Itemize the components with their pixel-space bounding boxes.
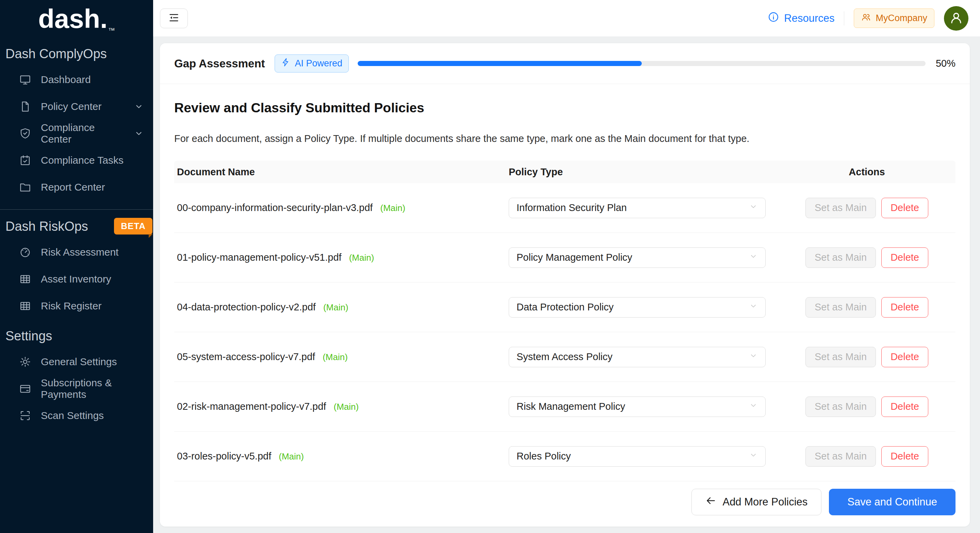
add-more-policies-label: Add More Policies xyxy=(722,496,808,508)
chevron-down-icon xyxy=(134,102,143,111)
section-description: For each document, assign a Policy Type.… xyxy=(174,133,956,144)
company-tag[interactable]: MyCompany xyxy=(854,8,934,28)
set-as-main-button[interactable]: Set as Main xyxy=(805,198,876,218)
policy-type-select[interactable]: Information Security Plan xyxy=(509,198,765,218)
table-footer: Add More Policies Save and Continue xyxy=(174,489,956,525)
chevron-down-icon xyxy=(749,351,758,363)
sidebar-collapse-button[interactable] xyxy=(160,8,188,28)
sidebar-item-risk-register[interactable]: Risk Register xyxy=(0,292,153,319)
gauge-icon xyxy=(19,246,31,258)
sidebar-item-label: Compliance Tasks xyxy=(41,154,124,166)
sidebar-item-dashboard[interactable]: Dashboard xyxy=(0,66,153,93)
file-icon xyxy=(19,100,31,113)
add-more-policies-button[interactable]: Add More Policies xyxy=(692,489,821,515)
policy-type-select[interactable]: System Access Policy xyxy=(509,347,765,367)
team-icon xyxy=(861,12,871,24)
save-and-continue-button[interactable]: Save and Continue xyxy=(829,489,956,515)
card-header: Gap Assessment AI Powered 50% xyxy=(160,43,970,84)
thunderbolt-icon xyxy=(281,57,291,70)
section-dash-complyops: Dash ComplyOps xyxy=(0,47,153,61)
actions-cell: Set as Main Delete xyxy=(781,297,953,318)
main-tag: (Main) xyxy=(323,352,348,362)
ai-powered-badge: AI Powered xyxy=(275,54,349,73)
section-dash-riskops: Dash RiskOps BETA xyxy=(0,219,153,234)
sidebar-item-compliance-tasks[interactable]: Compliance Tasks xyxy=(0,147,153,173)
set-as-main-button[interactable]: Set as Main xyxy=(805,446,876,467)
user-icon xyxy=(949,10,964,27)
delete-button[interactable]: Delete xyxy=(881,396,928,417)
actions-cell: Set as Main Delete xyxy=(781,446,953,467)
table-row: 03-roles-policy-v5.pdf (Main) Roles Poli… xyxy=(174,431,956,481)
logo-text: dash. xyxy=(38,4,108,34)
main-tag: (Main) xyxy=(323,302,348,312)
document-cell: 01-policy-management-policy-v51.pdf (Mai… xyxy=(177,252,509,263)
main-column: Resources MyCompany G xyxy=(153,0,980,533)
policy-type-select[interactable]: Roles Policy xyxy=(509,446,765,467)
table-row: 05-system-access-policy-v7.pdf (Main) Sy… xyxy=(174,332,956,382)
section-heading: Review and Classify Submitted Policies xyxy=(174,100,956,115)
set-as-main-button[interactable]: Set as Main xyxy=(805,347,876,367)
sidebar-item-policy-center[interactable]: Policy Center xyxy=(0,93,153,120)
dash-logo[interactable]: dash.™ xyxy=(0,0,153,37)
table-header: Document Name Policy Type Actions xyxy=(174,161,956,183)
progress-bar xyxy=(358,61,926,66)
chevron-down-icon xyxy=(749,450,758,462)
sidebar-item-label: Asset Inventory xyxy=(41,273,111,285)
document-cell: 02-risk-management-policy-v7.pdf (Main) xyxy=(177,401,509,412)
resources-label: Resources xyxy=(784,12,834,24)
policy-type-select[interactable]: Policy Management Policy xyxy=(509,247,765,268)
document-name: 03-roles-policy-v5.pdf xyxy=(177,450,271,461)
sidebar-item-report-center[interactable]: Report Center xyxy=(0,173,153,200)
gear-icon xyxy=(19,356,31,368)
resources-link[interactable]: Resources xyxy=(768,11,834,25)
delete-button[interactable]: Delete xyxy=(881,297,928,318)
actions-cell: Set as Main Delete xyxy=(781,347,953,367)
trademark-symbol: ™ xyxy=(108,27,115,34)
delete-button[interactable]: Delete xyxy=(881,347,928,367)
sidebar-item-risk-assessment[interactable]: Risk Assessment xyxy=(0,239,153,266)
table-row: 00-company-information-security-plan-v3.… xyxy=(174,183,956,233)
set-as-main-button[interactable]: Set as Main xyxy=(805,247,876,268)
delete-button[interactable]: Delete xyxy=(881,198,928,218)
policy-type-cell: Policy Management Policy xyxy=(509,247,781,268)
sidebar-item-asset-inventory[interactable]: Asset Inventory xyxy=(0,266,153,292)
table-row: 02-risk-management-policy-v7.pdf (Main) … xyxy=(174,382,956,431)
delete-button[interactable]: Delete xyxy=(881,247,928,268)
table-row: 01-policy-management-policy-v51.pdf (Mai… xyxy=(174,233,956,283)
chevron-down-icon xyxy=(749,252,758,263)
chevron-down-icon xyxy=(134,129,143,138)
sidebar-item-general-settings[interactable]: General Settings xyxy=(0,348,153,375)
content-area: Gap Assessment AI Powered 50% Review and… xyxy=(153,37,980,533)
page-title: Gap Assessment xyxy=(174,57,265,70)
sidebar-item-subscriptions[interactable]: Subscriptions & Payments xyxy=(0,375,153,402)
set-as-main-button[interactable]: Set as Main xyxy=(805,396,876,417)
ai-powered-label: AI Powered xyxy=(295,58,343,69)
delete-button[interactable]: Delete xyxy=(881,446,928,467)
document-cell: 04-data-protection-policy-v2.pdf (Main) xyxy=(177,302,509,313)
monitor-icon xyxy=(19,73,31,86)
set-as-main-button[interactable]: Set as Main xyxy=(805,297,876,318)
policy-type-cell: Risk Management Policy xyxy=(509,396,781,417)
info-circle-icon xyxy=(768,11,779,25)
calendar-check-icon xyxy=(19,154,31,166)
chevron-down-icon xyxy=(749,401,758,412)
document-cell: 05-system-access-policy-v7.pdf (Main) xyxy=(177,351,509,363)
folder-icon xyxy=(19,181,31,193)
sidebar-item-scan-settings[interactable]: Scan Settings xyxy=(0,402,153,429)
topbar-right: Resources MyCompany xyxy=(768,6,969,31)
table-icon xyxy=(19,300,31,312)
column-header-policy-type: Policy Type xyxy=(509,166,781,178)
policy-type-value: System Access Policy xyxy=(517,351,612,363)
progress-percent: 50% xyxy=(936,58,956,69)
policy-type-select[interactable]: Data Protection Policy xyxy=(509,297,765,318)
table-row: 04-data-protection-policy-v2.pdf (Main) … xyxy=(174,283,956,332)
main-tag: (Main) xyxy=(380,203,405,213)
actions-cell: Set as Main Delete xyxy=(781,198,953,218)
document-name: 00-company-information-security-plan-v3.… xyxy=(177,202,372,213)
policy-type-value: Information Security Plan xyxy=(517,202,627,213)
policy-type-select[interactable]: Risk Management Policy xyxy=(509,396,765,417)
policies-table: Document Name Policy Type Actions 00-com… xyxy=(174,161,956,481)
sidebar-item-label: Risk Assessment xyxy=(41,247,118,258)
sidebar-item-compliance-center[interactable]: Compliance Center xyxy=(0,120,153,147)
avatar[interactable] xyxy=(944,6,969,31)
